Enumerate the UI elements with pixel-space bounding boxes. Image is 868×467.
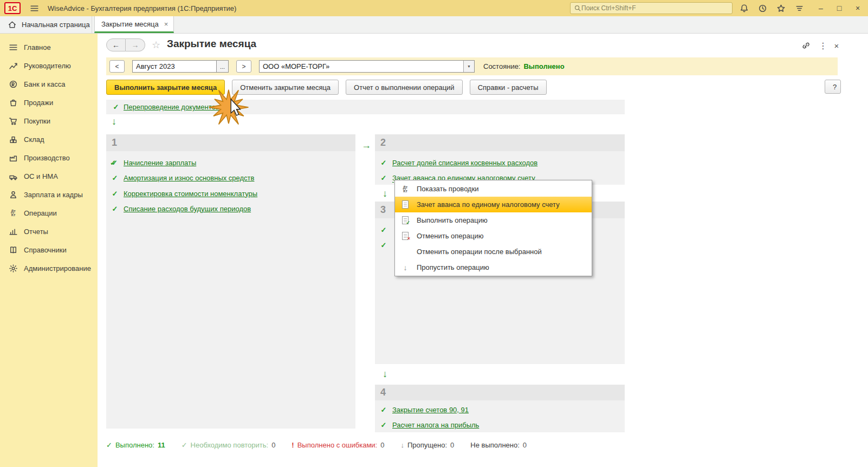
favorite-star-icon[interactable]: ☆ — [152, 39, 160, 51]
period-picker-button[interactable]: ... — [217, 60, 229, 73]
organization-value: ООО «МОРЕ-ТОРГ» — [260, 61, 463, 72]
sidebar-item-purchases[interactable]: Покупки — [0, 112, 98, 130]
close-window-button[interactable]: × — [853, 4, 863, 12]
trend-chart-icon — [9, 61, 18, 70]
sidebar-item-label: Администрирование — [24, 264, 91, 273]
operations-report-button[interactable]: Отчет о выполнении операций — [346, 80, 463, 95]
tab-home[interactable]: Начальная страница — [0, 16, 92, 33]
operation-row: ✓ Расчет налога на прибыль — [375, 418, 625, 433]
help-button[interactable]: ? — [825, 80, 841, 94]
back-button[interactable]: ← — [106, 38, 126, 51]
menu-item-show-postings[interactable]: ДтКт Показать проводки — [395, 181, 592, 197]
sidebar-item-bank-cash[interactable]: Банк и касса — [0, 75, 98, 93]
operation-row: ✓ Корректировка стоимости номенклатуры — [106, 186, 355, 202]
status-not-done: Не выполнено: 0 — [470, 441, 527, 449]
sidebar-item-operations[interactable]: ДтКт Операции — [0, 204, 98, 222]
history-nav: ← → — [106, 38, 145, 51]
sidebar-item-production[interactable]: Производство — [0, 148, 98, 167]
operation-context-menu: ДтКт Показать проводки Зачет аванса по е… — [394, 180, 592, 276]
titlebar: 1С WiseAdvice - Бухгалтерия предприятия … — [0, 0, 868, 16]
tab-close-icon[interactable]: × — [164, 20, 169, 28]
operation-link[interactable]: Списание расходов будущих периодов — [124, 205, 251, 213]
cancel-month-closing-button[interactable]: Отменить закрытие месяца — [232, 80, 339, 95]
sidebar-item-warehouse[interactable]: Склад — [0, 130, 98, 148]
book-icon — [9, 245, 18, 255]
status-value: 11 — [158, 441, 165, 449]
notifications-button[interactable] — [737, 2, 751, 15]
operation-link[interactable]: Расчет долей списания косвенных расходов — [392, 159, 537, 167]
check-icon: ✓ — [109, 190, 120, 198]
run-operation-icon: ✓ — [399, 216, 412, 224]
forward-button[interactable]: → — [126, 38, 145, 51]
close-form-button[interactable]: × — [830, 40, 843, 51]
status-value: 0 — [450, 441, 454, 449]
maximize-button[interactable]: □ — [834, 4, 844, 12]
sidebar-item-fixed-assets[interactable]: ОС и НМА — [0, 167, 98, 185]
more-actions-button[interactable]: ⋮ — [817, 40, 830, 51]
menu-item-offset-advance[interactable]: Зачет аванса по единому налоговому счету — [395, 197, 592, 212]
dropdown-arrow-icon[interactable]: ▼ — [463, 61, 474, 72]
history-button[interactable] — [755, 2, 769, 15]
sidebar-item-label: Главное — [24, 43, 51, 51]
check-icon: ✓ — [378, 226, 389, 234]
menu-item-skip-operation[interactable]: ↓ Пропустить операцию — [395, 260, 592, 275]
home-icon — [8, 20, 17, 29]
window-controls: – □ × — [816, 4, 863, 12]
reposting-link[interactable]: Перепроведение документов — [124, 103, 219, 111]
sidebar-item-administration[interactable]: Администрирование — [0, 259, 98, 277]
sidebar-item-reports[interactable]: Отчеты — [0, 222, 98, 241]
prev-period-button[interactable]: < — [109, 60, 125, 73]
organization-select[interactable]: ООО «МОРЕ-ТОРГ» ▼ — [259, 60, 475, 73]
next-period-button[interactable]: > — [236, 60, 251, 73]
sidebar-item-label: Руководителю — [24, 62, 71, 70]
operation-link[interactable]: Начисление зарплаты — [124, 159, 196, 167]
run-month-closing-button[interactable]: Выполнить закрытие месяца — [106, 80, 225, 95]
calculations-references-button[interactable]: Справки - расчеты — [470, 80, 547, 95]
status-label: Выполнено: — [115, 441, 154, 449]
status-value: 0 — [523, 441, 527, 449]
operation-link[interactable]: Амортизация и износ основных средств — [124, 174, 254, 182]
dtkt-icon: ДтКт — [9, 209, 18, 217]
flow-arrow-down-icon: ↓ — [383, 188, 387, 199]
tab-month-closing[interactable]: Закрытие месяца × — [94, 16, 174, 33]
flow-arrow-right-icon: → — [361, 140, 371, 151]
sidebar-item-hr[interactable]: Зарплата и кадры — [0, 185, 98, 204]
operation-link[interactable]: Корректировка стоимости номенклатуры — [124, 190, 257, 198]
gear-icon — [9, 264, 18, 273]
period-toolbar: < ... > ООО «МОРЕ-ТОРГ» ▼ Состояние: Вып… — [106, 57, 838, 75]
favorites-button[interactable] — [774, 2, 788, 15]
page-title: Закрытие месяца — [167, 38, 256, 50]
sidebar-item-references[interactable]: Справочники — [0, 241, 98, 259]
menu-item-run-operation[interactable]: ✓ Выполнить операцию — [395, 212, 592, 228]
global-search[interactable] — [570, 2, 733, 14]
check-icon: ✓ — [109, 174, 120, 182]
sidebar-item-manager[interactable]: Руководителю — [0, 56, 98, 75]
sidebar-item-main[interactable]: Главное — [0, 38, 98, 56]
menu-item-cancel-operation[interactable]: × Отменить операцию — [395, 228, 592, 244]
sidebar-item-label: Склад — [24, 135, 44, 144]
check-icon: ✓ — [378, 159, 389, 167]
get-link-button[interactable] — [799, 40, 812, 51]
recent-button[interactable] — [792, 2, 806, 15]
menu-item-label: Зачет аванса по единому налоговому счету — [417, 200, 560, 209]
sidebar-item-sales[interactable]: Продажи — [0, 93, 98, 112]
minimize-button[interactable]: – — [816, 4, 826, 12]
bar-chart-icon — [9, 227, 18, 236]
sidebar-item-label: Зарплата и кадры — [24, 191, 83, 199]
person-icon — [9, 190, 18, 199]
menu-item-cancel-after-selected[interactable]: Отменить операции после выбранной — [395, 244, 592, 260]
check-icon: ✓ — [182, 441, 187, 449]
app-title: WiseAdvice - Бухгалтерия предприятия (1С… — [48, 4, 236, 12]
period-input[interactable] — [132, 60, 217, 73]
operation-link[interactable]: Закрытие счетов 90, 91 — [392, 406, 469, 414]
command-bar: Выполнить закрытие месяца Отменить закры… — [106, 80, 547, 95]
check-icon: ✓ — [106, 441, 112, 449]
sidebar-item-label: Операции — [24, 209, 57, 217]
operation-link[interactable]: Расчет налога на прибыль — [392, 421, 479, 429]
menu-item-label: Пропустить операцию — [417, 263, 489, 271]
check-icon: ✓ — [109, 205, 120, 213]
dtkt-icon: ДтКт — [399, 185, 412, 193]
search-icon — [574, 4, 581, 12]
main-menu-icon[interactable] — [28, 2, 40, 14]
search-input[interactable] — [581, 4, 729, 12]
